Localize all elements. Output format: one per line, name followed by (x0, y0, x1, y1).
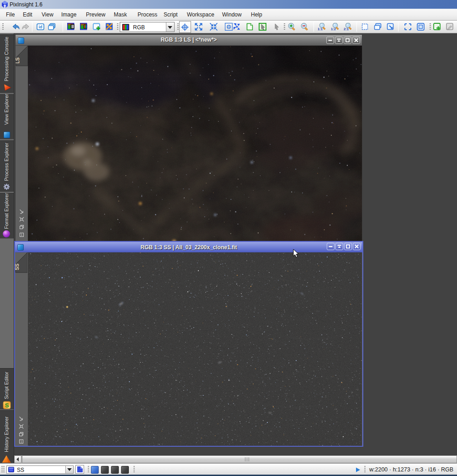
svg-text:1: 1 (21, 233, 23, 236)
svg-text:2:1: 2:1 (344, 27, 349, 31)
svg-text:1: 1 (21, 440, 22, 443)
svg-text:S: S (5, 402, 9, 409)
svg-text:LS: LS (16, 58, 20, 64)
svg-text:1:1: 1:1 (318, 27, 323, 31)
svg-text:id: id (39, 25, 43, 29)
svg-text:1:2: 1:2 (331, 27, 336, 31)
svg-text:SS: SS (15, 263, 20, 270)
